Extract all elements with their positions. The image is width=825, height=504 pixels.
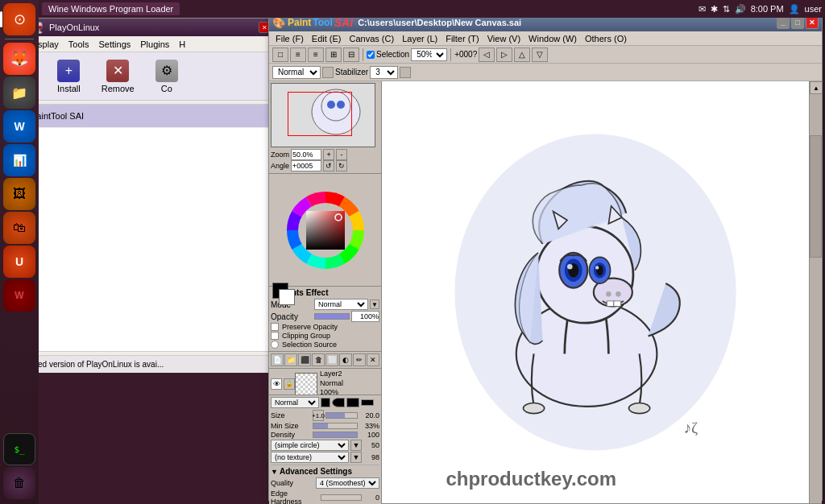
layer-copy-btn[interactable]: ⬛ [298, 353, 311, 366]
clipping-group-checkbox[interactable] [271, 332, 279, 340]
zoom-in-btn[interactable]: + [323, 149, 334, 160]
layer-folder-btn[interactable]: 📁 [284, 353, 297, 366]
canvas-content: ♪ζ chproductkey.com [382, 81, 809, 503]
stabilizer-btn[interactable] [400, 67, 411, 78]
sidebar-item-terminal[interactable]: $_ [3, 433, 35, 465]
brush-shape-2[interactable] [346, 398, 359, 407]
sai-menu-layer[interactable]: Layer (L) [399, 34, 441, 43]
sidebar-item-files[interactable]: 📁 [3, 76, 35, 109]
selection-checkbox[interactable] [367, 51, 375, 59]
scroll-track-v[interactable] [810, 94, 822, 503]
mode-lock-btn[interactable]: ▼ [370, 300, 379, 309]
vertical-scrollbar[interactable]: ▲ ▼ [809, 81, 822, 504]
toolbar-btn-4[interactable]: ⊞ [325, 48, 342, 62]
shape-dropdown[interactable]: (simple circle) [271, 440, 349, 451]
sidebar-item-calc[interactable]: 📊 [3, 144, 35, 176]
sai-close-button[interactable]: ✕ [806, 16, 819, 29]
layer-row[interactable]: 👁 🔒 Layer2 Normal 100% [269, 369, 381, 395]
size-plus-btn[interactable]: +1.0 [313, 410, 324, 421]
nav-controls: Zoom + - [271, 149, 379, 160]
texture-btn[interactable]: ▼ [350, 452, 362, 463]
sai-menu-others[interactable]: Others (O) [582, 34, 630, 43]
toolbar-btn-5[interactable]: ⊟ [343, 48, 359, 62]
sai-menu-edit[interactable]: Edit (E) [309, 34, 345, 43]
toolbar-btn-7[interactable]: ▷ [496, 48, 512, 62]
angle-cw-btn[interactable]: ↻ [336, 160, 347, 171]
sai-menu-view[interactable]: View (V) [484, 34, 524, 43]
pol-remove-button[interactable]: ✕ Remove [95, 56, 141, 97]
pol-menu-plugins[interactable]: Plugins [139, 39, 171, 49]
scroll-up-btn[interactable]: ▲ [810, 81, 822, 94]
color-wheel-svg [277, 182, 374, 279]
layer-mask-btn[interactable]: ◐ [339, 353, 352, 366]
sidebar-item-ubuntu-one[interactable]: U [3, 246, 35, 278]
toolbar-btn-8[interactable]: △ [514, 48, 530, 62]
layer-trash-btn[interactable]: ✕ [367, 353, 379, 366]
sai-menu-filter[interactable]: Filter (T) [442, 34, 483, 43]
toolbar-btn-2[interactable]: ≡ [290, 48, 306, 62]
system-user: user [805, 4, 822, 14]
list-item[interactable]: PaintTool SAI [5, 105, 269, 128]
layer-delete-btn[interactable]: 🗑 [312, 353, 325, 366]
texture-dropdown[interactable]: (no texture) [271, 452, 349, 463]
sai-menu-canvas[interactable]: Canvas (C) [346, 34, 398, 43]
layer2-visibility[interactable]: 👁 [271, 378, 282, 390]
min-size-slider[interactable] [313, 423, 358, 429]
layer-edit-btn[interactable]: ✏ [353, 353, 366, 366]
size-slider[interactable] [325, 412, 358, 419]
toolbar-btn-9[interactable]: ▽ [532, 48, 548, 62]
pol-install-button[interactable]: + Install [51, 56, 87, 97]
sidebar-item-wine[interactable]: W [3, 279, 35, 312]
toolbar-btn-6[interactable]: ◁ [479, 48, 495, 62]
brush-shape-1[interactable] [332, 398, 345, 407]
opacity-input[interactable] [351, 311, 379, 322]
adv-collapse-btn[interactable]: ▼ [271, 468, 278, 476]
min-size-value: 33% [359, 422, 379, 430]
density-slider[interactable] [313, 432, 358, 438]
normal-mode-dropdown[interactable]: Normal [272, 66, 321, 79]
angle-ccw-btn[interactable]: ↺ [323, 160, 334, 171]
opacity-slider[interactable] [314, 313, 350, 320]
stabilizer-dropdown[interactable]: 3 [370, 66, 398, 79]
selection-dropdown[interactable]: 50% [411, 48, 447, 61]
sai-minimize-button[interactable]: _ [777, 16, 790, 29]
preserve-opacity-checkbox[interactable] [271, 323, 279, 331]
opacity-row: Opacity [271, 311, 379, 322]
pol-configure-button[interactable]: ⚙ Co [149, 56, 184, 97]
sidebar-item-firefox[interactable]: 🦊 [3, 43, 35, 75]
sai-menu-file[interactable]: File (F) [272, 34, 307, 43]
pol-menu-settings[interactable]: Settings [97, 39, 133, 49]
layer2-lock[interactable]: 🔒 [284, 378, 295, 390]
brush-shape-3[interactable] [361, 399, 374, 406]
sidebar-item-home[interactable]: ⊙ [3, 3, 35, 35]
sai-maximize-button[interactable]: □ [791, 16, 804, 29]
zoom-input[interactable] [291, 149, 321, 160]
sidebar-item-writer[interactable]: W [3, 110, 35, 143]
pol-menu-help[interactable]: H [177, 39, 187, 49]
zoom-out-btn[interactable]: - [336, 149, 347, 160]
mode-btn[interactable] [322, 67, 334, 78]
sai-menu-window[interactable]: Window (W) [525, 34, 580, 43]
toolbar-btn-3[interactable]: ≡ [308, 48, 324, 62]
edge-hardness-slider[interactable] [321, 494, 362, 501]
toolbar-btn-1[interactable]: □ [272, 48, 288, 62]
angle-input[interactable] [291, 160, 321, 171]
quality-dropdown[interactable]: 4 (Smoothest) [316, 477, 379, 489]
selection-source-radio[interactable] [271, 341, 279, 349]
background-color[interactable] [279, 289, 295, 305]
color-swatch-small[interactable] [321, 398, 330, 407]
taskbar-app-label[interactable]: Wine Windows Program Loader [42, 2, 180, 15]
watermark-text: chproductkey.com [446, 468, 616, 490]
sai-toolbar-row2: Normal Stabilizer 3 [269, 64, 822, 81]
shape-btn[interactable]: ▼ [350, 440, 362, 451]
layer-new-btn[interactable]: 📄 [271, 353, 284, 366]
svg-point-24 [595, 266, 599, 269]
layer-merge-btn[interactable]: ⬜ [325, 353, 338, 366]
sidebar-item-trash[interactable]: 🗑 [3, 467, 35, 499]
pol-menu-tools[interactable]: Tools [67, 39, 91, 49]
sai-logo-paint: Paint [288, 17, 311, 28]
brush-mode-dropdown[interactable]: Normal [271, 397, 319, 408]
sidebar-item-software[interactable]: 🛍 [3, 212, 35, 244]
mode-dropdown[interactable]: Normal [314, 299, 368, 310]
sidebar-item-shotwell[interactable]: 🖼 [3, 178, 35, 210]
